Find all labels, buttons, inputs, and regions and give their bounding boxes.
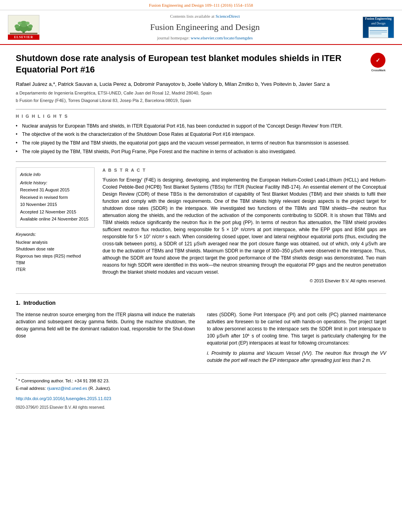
abstract-column: A B S T R A C T 'Fusion for Energy' (F4E…	[102, 167, 386, 284]
journal-homepage: journal homepage: www.elsevier.com/locat…	[63, 35, 347, 41]
introduction-section: 1. Introduction The intense neutron sour…	[16, 293, 386, 367]
journal-header: ELSEVIER Contents lists available at Sci…	[0, 10, 402, 45]
journal-logo-box: Fusion Engineering and Design	[363, 17, 394, 38]
received-revised-label: Received in revised form	[20, 195, 90, 200]
article-title-text: Shutdown dose rate analysis of European …	[16, 53, 341, 74]
svg-point-7	[18, 22, 22, 25]
intro-text-1: The intense neutron source emerging from…	[16, 311, 195, 339]
abstract-text: 'Fusion for Energy' (F4E) is designing, …	[102, 176, 386, 276]
logo-line1: Fusion Engineering	[365, 17, 392, 21]
received-revised-date: 10 November 2015	[20, 202, 90, 208]
article-info-label: Article Info	[20, 172, 90, 178]
highlight-item-1: Nuclear analysis for European TBMs and s…	[16, 123, 386, 130]
svg-point-4	[15, 24, 19, 28]
info-abstract-area: Article Info Article history: Received 3…	[16, 167, 386, 284]
abstract-copyright: © 2015 Elsevier B.V. All rights reserved…	[102, 278, 386, 284]
keyword-2: Shutdown dose rate	[16, 246, 95, 252]
doi-anchor[interactable]: http://dx.doi.org/10.1016/j.fusengdes.20…	[16, 396, 111, 401]
journal-top-bar: Fusion Engineering and Design 109–111 (2…	[0, 0, 402, 10]
corresponding-note: * * Corresponding author. Tel.: +34 91 3…	[16, 377, 386, 384]
keyword-5: ITER	[16, 267, 95, 272]
abstract-label: A B S T R A C T	[102, 167, 386, 173]
article-info-box: Article Info Article history: Received 3…	[16, 167, 95, 228]
footnotes-area: * * Corresponding author. Tel.: +34 91 3…	[16, 373, 386, 410]
intro-body: The intense neutron source emerging from…	[16, 311, 386, 367]
highlights-section: H I G H L I G H T S Nuclear analysis for…	[16, 113, 386, 155]
sciencedirect-link: Contents lists available at ScienceDirec…	[63, 13, 347, 19]
article-info-column: Article Info Article history: Received 3…	[16, 167, 95, 284]
highlight-item-2: The objective of the work is the charact…	[16, 131, 386, 138]
svg-rect-9	[10, 33, 37, 34]
svg-point-5	[28, 24, 33, 28]
crossmark: ✓ CrossMark	[370, 53, 386, 69]
available-online-date: Available online 24 November 2015	[20, 216, 90, 222]
highlights-list: Nuclear analysis for European TBMs and s…	[16, 123, 386, 155]
email-link[interactable]: rjuarez@ind.uned.es	[47, 386, 88, 391]
authors-text: Rafael Juárez a,*, Patrick Sauvan a, Luc…	[16, 81, 330, 87]
authors-line: Rafael Juárez a,*, Patrick Sauvan a, Luc…	[16, 81, 386, 88]
elsevier-badge: ELSEVIER	[8, 35, 39, 40]
bottom-copyright: 0920-3796/© 2015 Elsevier B.V. All right…	[16, 405, 386, 410]
article-title: ✓ CrossMark Shutdown dose rate analysis …	[16, 53, 386, 75]
affiliations: a Departamento de Ingeniería Energética,…	[16, 90, 386, 104]
affiliation-b: b Fusion for Energy (F4E), Torres Diagon…	[16, 98, 386, 104]
received-date: Received 31 August 2015	[20, 187, 90, 193]
keywords-section: Keywords: Nuclear analysis Shutdown dose…	[16, 232, 95, 272]
svg-rect-13	[370, 33, 382, 34]
logo-line2: and Design	[371, 21, 385, 26]
divider-1	[16, 109, 386, 109]
journal-header-center: Contents lists available at ScienceDirec…	[55, 13, 355, 41]
journal-citation: Fusion Engineering and Design 109–111 (2…	[149, 3, 253, 7]
journal-thumbnail	[368, 27, 388, 38]
keyword-3: Rigorous two steps (R2S) method	[16, 253, 95, 259]
svg-point-8	[26, 22, 30, 25]
crossmark-badge: ✓	[370, 53, 385, 68]
journal-title-display: Fusion Engineering and Design	[63, 21, 347, 33]
elsevier-tree-svg	[10, 20, 37, 34]
crossmark-label: CrossMark	[370, 69, 386, 72]
elsevier-logo-area: ELSEVIER	[8, 15, 55, 40]
article-history-label: Article history:	[20, 180, 90, 186]
highlights-label: H I G H L I G H T S	[16, 113, 386, 119]
intro-list-item-i: i. Proximity to plasma and Vacuum Vessel…	[207, 350, 386, 364]
doi-link: http://dx.doi.org/10.1016/j.fusengdes.20…	[16, 396, 386, 402]
intro-text-2: rates (SDDR). Some Port Interspace (PI) …	[207, 311, 386, 347]
journal-logo-area: Fusion Engineering and Design	[355, 17, 394, 38]
highlight-item-3: The role played by the TBM and TBM shiel…	[16, 140, 386, 146]
section-number: 1. Introduction	[16, 299, 386, 307]
highlight-item-4: The role played by the TBM, TBM shields,…	[16, 148, 386, 155]
homepage-url[interactable]: www.elsevier.com/locate/fusengdes	[191, 35, 253, 40]
article-content: ✓ CrossMark Shutdown dose rate analysis …	[0, 45, 402, 418]
svg-rect-11	[370, 30, 387, 31]
affiliation-a: a Departamento de Ingeniería Energética,…	[16, 90, 386, 96]
journal-thumb-svg	[369, 27, 388, 37]
intro-col-2: rates (SDDR). Some Port Interspace (PI) …	[207, 311, 386, 367]
elsevier-image	[8, 15, 39, 35]
email-footnote: E-mail address: rjuarez@ind.uned.es (R. …	[16, 386, 386, 391]
svg-rect-12	[370, 32, 387, 33]
keyword-4: TBM	[16, 260, 95, 266]
keywords-label: Keywords:	[16, 232, 95, 237]
keyword-1: Nuclear analysis	[16, 239, 95, 245]
intro-col-1: The intense neutron source emerging from…	[16, 311, 195, 367]
sciencedirect-anchor[interactable]: ScienceDirect	[216, 14, 240, 19]
elsevier-logo: ELSEVIER	[8, 15, 39, 40]
divider-2	[16, 161, 386, 162]
accepted-date: Accepted 12 November 2015	[20, 209, 90, 215]
